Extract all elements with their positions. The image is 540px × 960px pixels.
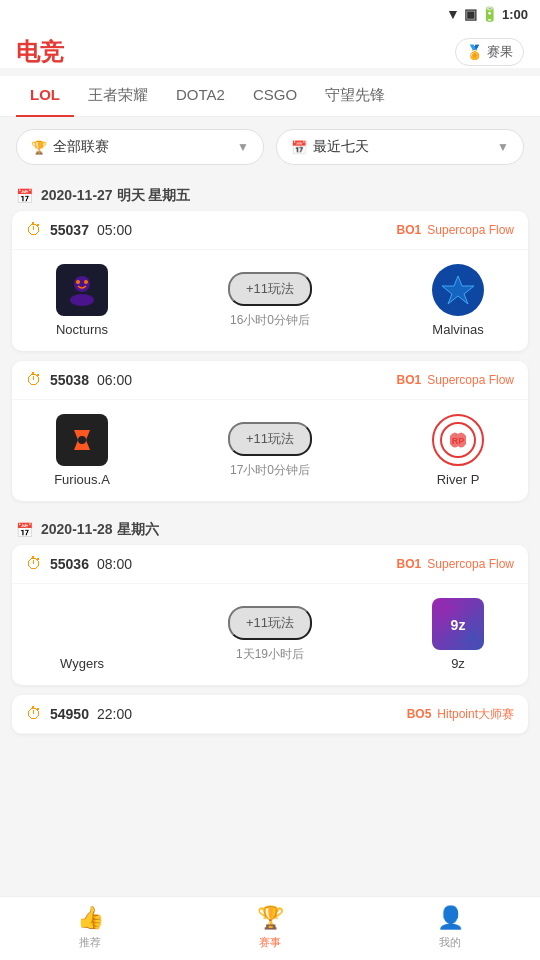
match-time-54950: 22:00 — [97, 706, 132, 722]
svg-point-6 — [78, 436, 86, 444]
results-button[interactable]: 🏅 赛果 — [455, 38, 524, 66]
svg-point-3 — [84, 280, 88, 284]
team-logo-furious — [56, 414, 108, 466]
status-icons: ▼ ▣ 🔋 1:00 — [446, 6, 528, 22]
date-filter-label: 最近七天 — [313, 138, 369, 156]
team-logo-malvinas — [432, 264, 484, 316]
match-id-54950: 54950 — [50, 706, 89, 722]
svg-text:9z: 9z — [451, 617, 466, 633]
team-logo-nocturns — [56, 264, 108, 316]
team-b-name-55038: River P — [437, 472, 480, 487]
mine-label: 我的 — [439, 935, 461, 950]
section-header-1: 📅 2020-11-27 明天 星期五 — [0, 177, 540, 211]
tab-wangzhe[interactable]: 王者荣耀 — [74, 76, 162, 117]
team-b-55038: RP River P — [408, 414, 508, 487]
status-bar: ▼ ▣ 🔋 1:00 — [0, 0, 540, 28]
teams-row-55038: Furious.A +11玩法 17小时0分钟后 RP River P — [12, 400, 528, 501]
nav-item-mine[interactable]: 👤 我的 — [360, 905, 540, 950]
team-a-name-55037: Nocturns — [56, 322, 108, 337]
tab-dota2[interactable]: DOTA2 — [162, 76, 239, 117]
header: 电竞 🏅 赛果 — [0, 28, 540, 68]
odds-button-55038[interactable]: +11玩法 — [228, 422, 312, 456]
match-time-55036: 08:00 — [97, 556, 132, 572]
team-a-55038: Furious.A — [32, 414, 132, 487]
tab-overwatch[interactable]: 守望先锋 — [311, 76, 399, 117]
vs-area-55036: +11玩法 1天19小时后 — [132, 606, 408, 663]
league-filter-label: 全部联赛 — [53, 138, 109, 156]
section-calendar-icon-1: 📅 — [16, 188, 33, 204]
match-id-time-55036: ⏱ 55036 08:00 — [26, 555, 132, 573]
team-logo-9z: 9z — [432, 598, 484, 650]
bo-badge-54950: BO5 — [407, 707, 432, 721]
teams-row-55036: Wygers +11玩法 1天19小时后 — [12, 584, 528, 685]
team-a-name-55036: Wygers — [60, 656, 104, 671]
match-time: 05:00 — [97, 222, 132, 238]
match-id-time-55038: ⏱ 55038 06:00 — [26, 371, 132, 389]
signal-icon: ▣ — [464, 6, 477, 22]
team-b-name-55037: Malvinas — [432, 322, 483, 337]
match-id-time: ⏱ 55037 05:00 — [26, 221, 132, 239]
coin-icon-54950: ⏱ — [26, 705, 42, 723]
match-meta-54950: BO5 Hitpoint大师赛 — [407, 706, 514, 723]
section-date-1: 2020-11-27 明天 星期五 — [41, 187, 190, 205]
match-meta-55036: BO1 Supercopa Flow — [397, 557, 514, 571]
team-b-55036: 9z 9z — [408, 598, 508, 671]
vs-area-55037: +11玩法 16小时0分钟后 — [132, 272, 408, 329]
league-filter[interactable]: 🏆 全部联赛 ▼ — [16, 129, 264, 165]
match-time-55038: 06:00 — [97, 372, 132, 388]
tab-csgo[interactable]: CSGO — [239, 76, 311, 117]
nav-item-events[interactable]: 🏆 赛事 — [180, 905, 360, 950]
filters: 🏆 全部联赛 ▼ 📅 最近七天 ▼ — [0, 117, 540, 177]
odds-button-55036[interactable]: +11玩法 — [228, 606, 312, 640]
bo-badge-55036: BO1 — [397, 557, 422, 571]
match-header-55038: ⏱ 55038 06:00 BO1 Supercopa Flow — [12, 361, 528, 400]
match-card-54950: ⏱ 54950 22:00 BO5 Hitpoint大师赛 — [12, 695, 528, 734]
team-a-name-55038: Furious.A — [54, 472, 110, 487]
teams-row-55037: Nocturns +11玩法 16小时0分钟后 Malvinas — [12, 250, 528, 351]
match-id: 55037 — [50, 222, 89, 238]
bottom-nav: 👍 推荐 🏆 赛事 👤 我的 — [0, 896, 540, 960]
trophy-icon: 🏆 — [31, 140, 47, 155]
coin-icon-55036: ⏱ — [26, 555, 42, 573]
nav-tabs: LOL 王者荣耀 DOTA2 CSGO 守望先锋 — [0, 76, 540, 117]
mine-icon: 👤 — [437, 905, 464, 931]
countdown-55038: 17小时0分钟后 — [230, 462, 310, 479]
match-id-time-54950: ⏱ 54950 22:00 — [26, 705, 132, 723]
league-name-55036: Supercopa Flow — [427, 557, 514, 571]
team-a-55037: Nocturns — [32, 264, 132, 337]
match-card-55037: ⏱ 55037 05:00 BO1 Supercopa Flow — [12, 211, 528, 351]
tab-lol[interactable]: LOL — [16, 76, 74, 117]
events-label: 赛事 — [259, 935, 281, 950]
nav-item-recommend[interactable]: 👍 推荐 — [0, 905, 180, 950]
svg-point-1 — [70, 294, 94, 306]
svg-text:RP: RP — [452, 436, 465, 446]
team-a-55036: Wygers — [32, 598, 132, 671]
results-icon: 🏅 — [466, 44, 483, 60]
results-label: 赛果 — [487, 43, 513, 61]
calendar-icon: 📅 — [291, 140, 307, 155]
section-calendar-icon-2: 📅 — [16, 522, 33, 538]
svg-point-0 — [74, 276, 90, 292]
svg-point-2 — [76, 280, 80, 284]
coin-icon-55038: ⏱ — [26, 371, 42, 389]
recommend-label: 推荐 — [79, 935, 101, 950]
match-id-55038: 55038 — [50, 372, 89, 388]
team-logo-river: RP — [432, 414, 484, 466]
team-b-name-55036: 9z — [451, 656, 465, 671]
match-meta: BO1 Supercopa Flow — [397, 223, 514, 237]
bo-badge-55038: BO1 — [397, 373, 422, 387]
events-icon: 🏆 — [257, 905, 284, 931]
match-header-54950: ⏱ 54950 22:00 BO5 Hitpoint大师赛 — [12, 695, 528, 734]
team-logo-wygers-placeholder — [56, 598, 108, 650]
battery-icon: 🔋 — [481, 6, 498, 22]
coin-icon: ⏱ — [26, 221, 42, 239]
team-b-55037: Malvinas — [408, 264, 508, 337]
league-chevron-icon: ▼ — [237, 140, 249, 154]
date-filter[interactable]: 📅 最近七天 ▼ — [276, 129, 524, 165]
wifi-icon: ▼ — [446, 6, 460, 22]
svg-marker-4 — [442, 276, 474, 304]
match-card-55038: ⏱ 55038 06:00 BO1 Supercopa Flow Furious… — [12, 361, 528, 501]
countdown-55037: 16小时0分钟后 — [230, 312, 310, 329]
recommend-icon: 👍 — [77, 905, 104, 931]
odds-button-55037[interactable]: +11玩法 — [228, 272, 312, 306]
